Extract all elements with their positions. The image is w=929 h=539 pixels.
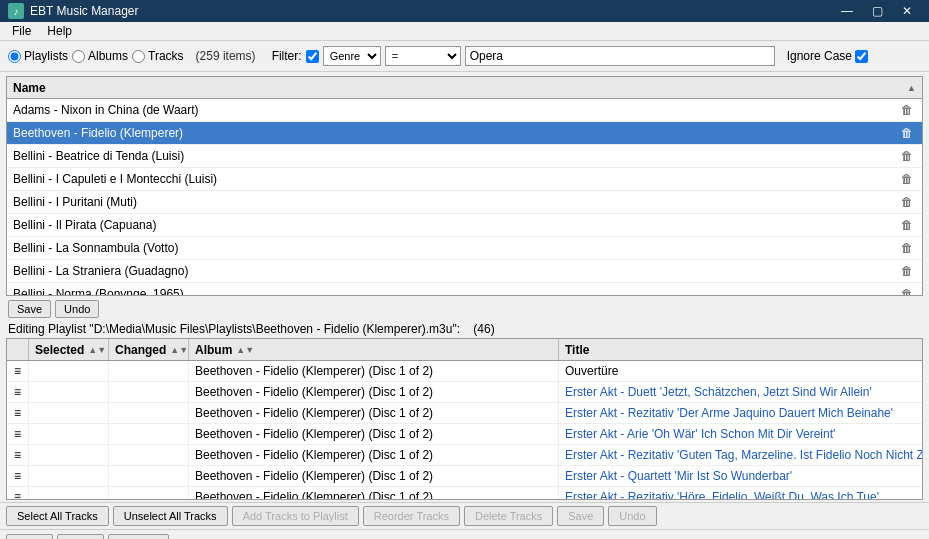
delete-playlist-icon[interactable]: 🗑 <box>898 147 916 165</box>
track-row[interactable]: ≡ Beethoven - Fidelio (Klemperer) (Disc … <box>7 466 922 487</box>
playlist-list-item[interactable]: Adams - Nixon in China (de Waart) 🗑 <box>7 99 922 122</box>
tracks-col-title[interactable]: Title <box>559 339 922 360</box>
undo-tracks-button[interactable]: Undo <box>608 506 656 526</box>
menu-bar: File Help <box>0 22 929 41</box>
tracks-header: Selected ▲▼ Changed ▲▼ Album ▲▼ Title <box>7 339 922 361</box>
delete-playlist-icon[interactable]: 🗑 <box>898 239 916 257</box>
menu-file[interactable]: File <box>4 22 39 40</box>
playlist-list-header: Name ▲ <box>7 77 922 99</box>
tracks-col-handle <box>7 339 29 360</box>
delete-playlist-icon[interactable]: 🗑 <box>898 216 916 234</box>
delete-tracks-button[interactable]: Delete Tracks <box>464 506 553 526</box>
track-title-cell: Erster Akt - Quartett 'Mir Ist So Wunder… <box>559 466 922 486</box>
filter-group: Filter: Genre Artist Title Album = != co… <box>272 46 775 66</box>
save-button[interactable]: Save <box>8 300 51 318</box>
track-album-cell: Beethoven - Fidelio (Klemperer) (Disc 1 … <box>189 487 559 499</box>
track-changed-cell <box>109 424 189 444</box>
filter-checkbox[interactable] <box>306 50 319 63</box>
track-row[interactable]: ≡ Beethoven - Fidelio (Klemperer) (Disc … <box>7 403 922 424</box>
track-title-cell: Ouvertüre <box>559 361 922 381</box>
playlist-list-item[interactable]: Bellini - Il Pirata (Capuana) 🗑 <box>7 214 922 237</box>
tracks-body[interactable]: ≡ Beethoven - Fidelio (Klemperer) (Disc … <box>7 361 922 499</box>
track-changed-cell <box>109 361 189 381</box>
track-handle[interactable]: ≡ <box>7 403 29 423</box>
unselect-all-tracks-button[interactable]: Unselect All Tracks <box>113 506 228 526</box>
track-title-cell: Erster Akt - Rezitativ 'Der Arme Jaquino… <box>559 403 922 423</box>
track-handle[interactable]: ≡ <box>7 361 29 381</box>
track-handle[interactable]: ≡ <box>7 466 29 486</box>
delete-playlist-icon[interactable]: 🗑 <box>898 262 916 280</box>
playlist-list-item[interactable]: Bellini - La Straniera (Guadagno) 🗑 <box>7 260 922 283</box>
app-icon: ♪ <box>8 3 24 19</box>
tracks-col-selected[interactable]: Selected ▲▼ <box>29 339 109 360</box>
track-title-cell: Erster Akt - Rezitativ 'Guten Tag, Marze… <box>559 445 922 465</box>
window-controls: ― ▢ ✕ <box>833 0 921 22</box>
playlist-list-body[interactable]: Adams - Nixon in China (de Waart) 🗑 Beet… <box>7 99 922 295</box>
playlist-list-item[interactable]: Bellini - Beatrice di Tenda (Luisi) 🗑 <box>7 145 922 168</box>
save-tracks-button[interactable]: Save <box>557 506 604 526</box>
reorder-tracks-button[interactable]: Reorder Tracks <box>363 506 460 526</box>
track-row[interactable]: ≡ Beethoven - Fidelio (Klemperer) (Disc … <box>7 382 922 403</box>
track-changed-cell <box>109 487 189 499</box>
track-changed-cell <box>109 466 189 486</box>
playlist-list-item[interactable]: Bellini - Norma (Bonynge, 1965) 🗑 <box>7 283 922 295</box>
view-mode-group: Playlists Albums Tracks <box>8 49 184 63</box>
playlist-panel: Name ▲ Adams - Nixon in China (de Waart)… <box>6 76 923 296</box>
undo-button[interactable]: Undo <box>55 300 99 318</box>
toolbar: Playlists Albums Tracks (259 items) Filt… <box>0 41 929 72</box>
track-changed-cell <box>109 445 189 465</box>
track-album-cell: Beethoven - Fidelio (Klemperer) (Disc 1 … <box>189 361 559 381</box>
window-title: EBT Music Manager <box>30 4 833 18</box>
delete-playlist-icon[interactable]: 🗑 <box>898 285 916 295</box>
delete-playlist-icon[interactable]: 🗑 <box>898 193 916 211</box>
delete-playlist-icon[interactable]: 🗑 <box>898 170 916 188</box>
delete-playlist-icon[interactable]: 🗑 <box>898 124 916 142</box>
radio-playlists[interactable]: Playlists <box>8 49 68 63</box>
track-handle[interactable]: ≡ <box>7 445 29 465</box>
genre-select[interactable]: Genre Artist Title Album <box>323 46 381 66</box>
track-selected-cell <box>29 487 109 499</box>
tracks-col-changed[interactable]: Changed ▲▼ <box>109 339 189 360</box>
delete-playlist-icon[interactable]: 🗑 <box>898 101 916 119</box>
track-album-cell: Beethoven - Fidelio (Klemperer) (Disc 1 … <box>189 382 559 402</box>
sort-arrow: ▲ <box>907 83 916 93</box>
minimize-button[interactable]: ― <box>833 0 861 22</box>
select-all-tracks-button[interactable]: Select All Tracks <box>6 506 109 526</box>
sync-button[interactable]: Sync <box>57 534 103 539</box>
save-undo-bar: Save Undo <box>0 298 929 320</box>
playlist-list-item[interactable]: Bellini - I Capuleti e I Montecchi (Luis… <box>7 168 922 191</box>
track-row[interactable]: ≡ Beethoven - Fidelio (Klemperer) (Disc … <box>7 424 922 445</box>
maximize-button[interactable]: ▢ <box>863 0 891 22</box>
track-changed-cell <box>109 382 189 402</box>
tracks-panel: Selected ▲▼ Changed ▲▼ Album ▲▼ Title ≡ … <box>6 338 923 500</box>
track-selected-cell <box>29 466 109 486</box>
filter-label: Filter: <box>272 49 302 63</box>
settings-button[interactable]: Settings <box>108 534 170 539</box>
playlist-list-item[interactable]: Bellini - La Sonnambula (Votto) 🗑 <box>7 237 922 260</box>
track-handle[interactable]: ≡ <box>7 487 29 499</box>
track-handle[interactable]: ≡ <box>7 424 29 444</box>
track-title-cell: Erster Akt - Rezitativ 'Höre, Fidelio, W… <box>559 487 922 499</box>
close-button[interactable]: ✕ <box>893 0 921 22</box>
item-count: (259 items) <box>196 49 256 63</box>
track-handle[interactable]: ≡ <box>7 382 29 402</box>
tracks-col-album[interactable]: Album ▲▼ <box>189 339 559 360</box>
ignore-case-checkbox[interactable] <box>855 50 868 63</box>
track-row[interactable]: ≡ Beethoven - Fidelio (Klemperer) (Disc … <box>7 445 922 466</box>
track-album-cell: Beethoven - Fidelio (Klemperer) (Disc 1 … <box>189 424 559 444</box>
track-selected-cell <box>29 361 109 381</box>
playlist-list-item[interactable]: Beethoven - Fidelio (Klemperer) 🗑 <box>7 122 922 145</box>
radio-albums[interactable]: Albums <box>72 49 128 63</box>
track-album-cell: Beethoven - Fidelio (Klemperer) (Disc 1 … <box>189 466 559 486</box>
track-row[interactable]: ≡ Beethoven - Fidelio (Klemperer) (Disc … <box>7 487 922 499</box>
track-row[interactable]: ≡ Beethoven - Fidelio (Klemperer) (Disc … <box>7 361 922 382</box>
filter-input[interactable] <box>465 46 775 66</box>
add-tracks-button[interactable]: Add Tracks to Playlist <box>232 506 359 526</box>
scan-button[interactable]: Scan <box>6 534 53 539</box>
radio-tracks[interactable]: Tracks <box>132 49 184 63</box>
footer-bar: Scan Sync Settings <box>0 529 929 539</box>
menu-help[interactable]: Help <box>39 22 80 40</box>
operator-select[interactable]: = != contains starts with <box>385 46 461 66</box>
track-album-cell: Beethoven - Fidelio (Klemperer) (Disc 1 … <box>189 445 559 465</box>
playlist-list-item[interactable]: Bellini - I Puritani (Muti) 🗑 <box>7 191 922 214</box>
